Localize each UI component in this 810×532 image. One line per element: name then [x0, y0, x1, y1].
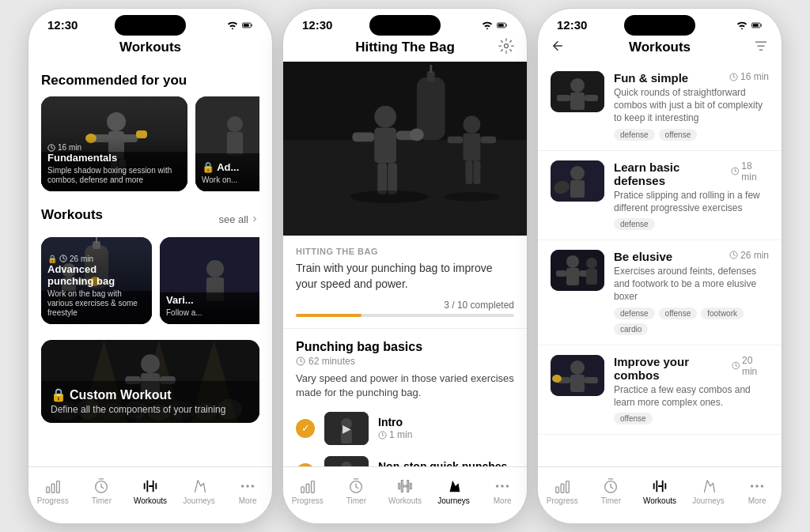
- exercise-section-meta: 62 minutes: [296, 356, 514, 367]
- list-item-1[interactable]: Fun & simple 16 min Quick rounds of stra…: [538, 62, 782, 151]
- workouts-section: Workouts see all: [28, 199, 272, 332]
- svg-rect-48: [47, 487, 50, 492]
- tab-workouts-3[interactable]: Workouts: [639, 477, 680, 505]
- svg-rect-69: [388, 163, 397, 194]
- svg-rect-101: [557, 95, 570, 101]
- exercise-item-1[interactable]: ✓ ▶ Intro 1 min: [296, 412, 514, 445]
- svg-rect-111: [566, 268, 579, 285]
- tab-timer-1[interactable]: Timer: [81, 477, 122, 505]
- svg-point-43: [141, 354, 160, 373]
- exercise-desc: Vary speed and power in those varied exe…: [296, 372, 514, 400]
- tab-progress-2[interactable]: Progress: [287, 477, 328, 505]
- card-vari-partial[interactable]: Vari... Follow a...: [160, 237, 259, 324]
- thumb-svg-fun: [551, 71, 604, 112]
- phone1-content: Recommended for you: [28, 62, 272, 423]
- svg-point-70: [464, 116, 481, 134]
- tab-timer-2[interactable]: Timer: [335, 477, 377, 505]
- clock-icon-f: [47, 144, 55, 152]
- svg-point-145: [761, 485, 764, 488]
- svg-point-52: [241, 485, 244, 488]
- bag-subtitle: Work on the bag with various exercises &…: [47, 289, 146, 318]
- thumb-2: [551, 160, 604, 202]
- svg-rect-74: [466, 160, 473, 184]
- section-duration: 62 minutes: [308, 356, 355, 367]
- tab-journeys-3[interactable]: Journeys: [688, 477, 729, 505]
- back-button[interactable]: [551, 39, 565, 57]
- tab-workouts-label-1: Workouts: [134, 496, 167, 505]
- journeys-icon: [191, 477, 208, 495]
- tab-workouts-2[interactable]: Workouts: [384, 477, 426, 505]
- thumb-3: [551, 250, 604, 291]
- gear-icon: [498, 38, 514, 54]
- tab-progress-label-3: Progress: [547, 496, 578, 505]
- fundamentals-title: Fundamentals: [47, 152, 181, 164]
- tab-progress-1[interactable]: Progress: [32, 477, 74, 505]
- tag-4-0: offense: [614, 413, 653, 424]
- svg-point-105: [570, 166, 585, 180]
- tab-timer-3[interactable]: Timer: [590, 477, 631, 505]
- svg-point-66: [410, 128, 424, 141]
- list-item-3[interactable]: Be elusive 26 min Exercises around feint…: [538, 240, 782, 345]
- bag-duration: 26 min: [70, 255, 93, 263]
- svg-rect-73: [480, 136, 496, 143]
- list-duration-2: 18 min: [731, 160, 769, 183]
- tags-1: defense offense: [614, 129, 769, 141]
- phone3-scroll[interactable]: Fun & simple 16 min Quick rounds of stra…: [538, 62, 782, 442]
- svg-rect-106: [570, 180, 585, 198]
- title-row-2: Learn basic defenses 18 min: [614, 160, 769, 187]
- see-all-btn[interactable]: see all: [218, 213, 259, 225]
- tag-3-0: defense: [614, 308, 655, 319]
- tab-more-3[interactable]: More: [736, 477, 778, 505]
- more-icon: [239, 477, 256, 495]
- custom-workout-banner[interactable]: 🔒 Custom Workout Define all the componen…: [41, 340, 259, 423]
- list-item-5[interactable]: Advanced defense 21 min Exercises to imp…: [538, 435, 782, 442]
- page-title-1: Workouts: [119, 40, 181, 55]
- card-fundamentals[interactable]: 16 min Fundamentals Simple shadow boxing…: [41, 96, 187, 191]
- thumb-1: [551, 71, 604, 112]
- list-desc-1: Quick rounds of straightforward combos w…: [614, 86, 769, 125]
- svg-rect-59: [283, 140, 527, 234]
- progress-text: 3 / 10 completed: [444, 300, 514, 311]
- tab-journeys-2[interactable]: Journeys: [433, 477, 475, 505]
- tab-more-2[interactable]: More: [482, 477, 523, 505]
- svg-point-76: [350, 191, 428, 203]
- svg-rect-91: [311, 481, 314, 493]
- exercise-thumb-1: ▶: [324, 412, 369, 445]
- svg-point-93: [496, 485, 499, 488]
- clock-icon-l3: [729, 251, 738, 259]
- tags-4: offense: [614, 413, 769, 424]
- notch-2: [369, 15, 441, 36]
- list-duration-4: 20 min: [732, 355, 769, 377]
- exercise-duration-1: 1 min: [378, 429, 514, 440]
- filter-button[interactable]: [753, 38, 769, 58]
- tab-workouts-1[interactable]: Workouts: [130, 477, 171, 505]
- list-item-2[interactable]: Learn basic defenses 18 min Pratice slip…: [538, 151, 782, 240]
- svg-point-94: [501, 485, 504, 488]
- tab-timer-label-3: Timer: [601, 496, 621, 505]
- wifi-icon-2: [482, 20, 493, 31]
- svg-rect-119: [570, 375, 585, 392]
- svg-rect-68: [377, 163, 387, 194]
- custom-workout-info: 🔒 Custom Workout Define all the componen…: [51, 387, 250, 415]
- exercise-name-1: Intro: [378, 416, 514, 428]
- svg-rect-89: [301, 487, 305, 492]
- list-item-4[interactable]: Improve your combos 20 min Practice a fe…: [538, 345, 782, 435]
- tab-journeys-1[interactable]: Journeys: [179, 477, 220, 505]
- svg-rect-97: [753, 24, 759, 27]
- tab-progress-3[interactable]: Progress: [542, 477, 583, 505]
- time-3: 12:30: [557, 18, 587, 32]
- tab-more-1[interactable]: More: [227, 477, 268, 505]
- svg-point-144: [755, 485, 759, 488]
- status-icons-3: [736, 20, 763, 31]
- card-advanced-partial[interactable]: 🔒 Ad... Work on...: [195, 96, 259, 191]
- svg-rect-72: [448, 136, 464, 143]
- progress-icon-2: [299, 477, 316, 495]
- list-title-4: Improve your combos: [614, 355, 732, 382]
- svg-point-3: [107, 112, 126, 131]
- svg-rect-141: [566, 481, 569, 493]
- settings-button[interactable]: [498, 38, 514, 58]
- svg-point-114: [586, 258, 597, 269]
- card-punching-bag[interactable]: 🔒 26 min Advanced punching bag Work on t…: [41, 237, 152, 324]
- notch-1: [115, 15, 186, 36]
- fundamentals-duration: 16 min: [58, 143, 81, 152]
